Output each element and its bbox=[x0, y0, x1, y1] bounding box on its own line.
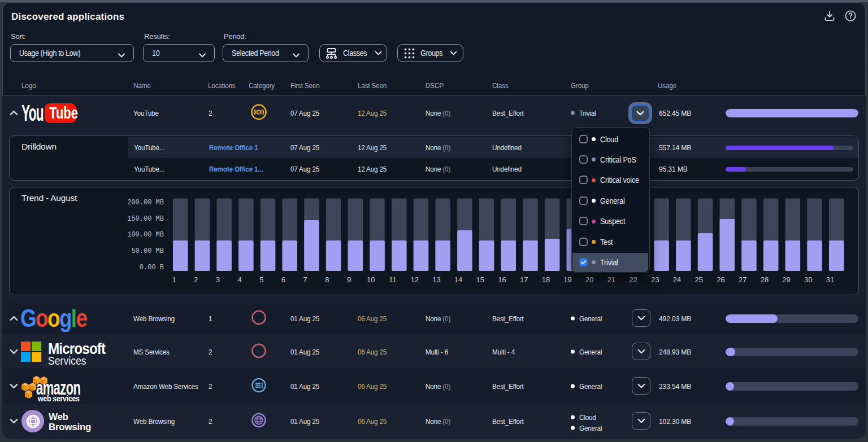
svg-text:1: 1 bbox=[172, 275, 176, 284]
svg-text:15: 15 bbox=[476, 275, 484, 284]
svg-text:100.00 MB: 100.00 MB bbox=[127, 231, 164, 239]
svg-text:31: 31 bbox=[826, 275, 834, 284]
svg-text:200.00 MB: 200.00 MB bbox=[127, 199, 164, 207]
svg-text:12: 12 bbox=[410, 275, 418, 284]
svg-text:10: 10 bbox=[367, 275, 375, 284]
svg-text:26: 26 bbox=[717, 275, 724, 284]
svg-text:30: 30 bbox=[804, 275, 812, 284]
svg-text:0.00 B: 0.00 B bbox=[140, 264, 164, 272]
svg-text:4: 4 bbox=[237, 275, 241, 284]
svg-text:23: 23 bbox=[651, 275, 659, 284]
svg-text:2: 2 bbox=[194, 275, 198, 284]
svg-text:8: 8 bbox=[325, 275, 329, 284]
svg-text:18: 18 bbox=[542, 275, 550, 284]
svg-text:22: 22 bbox=[629, 275, 637, 284]
svg-text:50.00 MB: 50.00 MB bbox=[131, 247, 164, 255]
svg-text:6: 6 bbox=[281, 275, 285, 284]
svg-text:150.00 MB: 150.00 MB bbox=[127, 215, 164, 223]
svg-text:21: 21 bbox=[607, 275, 615, 284]
svg-text:3: 3 bbox=[216, 275, 220, 284]
svg-text:7: 7 bbox=[303, 275, 307, 284]
svg-text:11: 11 bbox=[389, 275, 397, 284]
svg-text:16: 16 bbox=[498, 275, 506, 284]
svg-text:14: 14 bbox=[454, 275, 462, 284]
svg-text:19: 19 bbox=[563, 275, 571, 284]
svg-text:29: 29 bbox=[782, 275, 790, 284]
svg-text:20: 20 bbox=[585, 275, 593, 284]
svg-text:25: 25 bbox=[695, 275, 703, 284]
svg-text:24: 24 bbox=[673, 275, 681, 284]
svg-text:27: 27 bbox=[739, 275, 747, 284]
svg-text:13: 13 bbox=[432, 275, 440, 284]
svg-text:28: 28 bbox=[761, 275, 769, 284]
svg-text:9: 9 bbox=[347, 275, 351, 284]
svg-text:17: 17 bbox=[520, 275, 528, 284]
svg-text:5: 5 bbox=[259, 275, 263, 284]
